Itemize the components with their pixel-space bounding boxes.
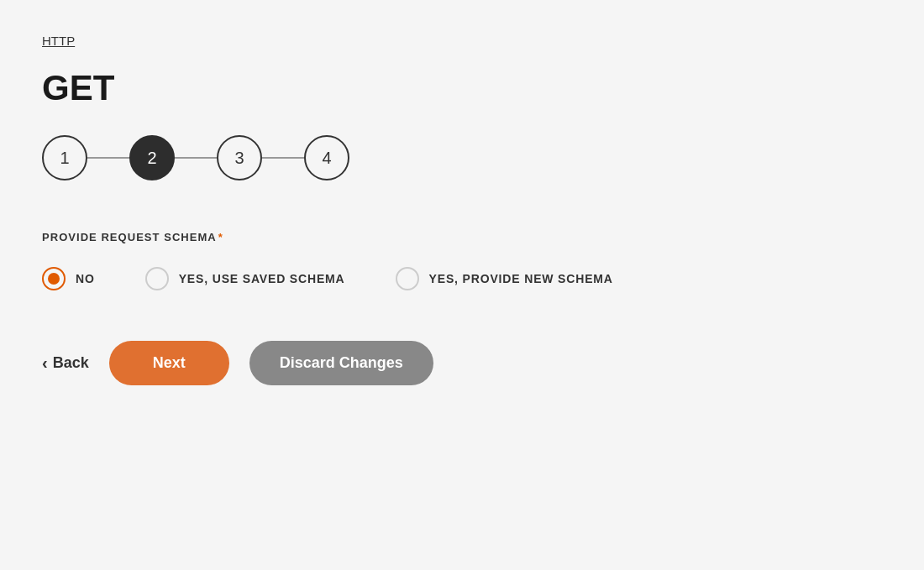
radio-group: NO YES, USE SAVED SCHEMA YES, PROVIDE NE… xyxy=(42,267,882,290)
discard-button[interactable]: Discard Changes xyxy=(249,341,433,385)
radio-circle-yes-saved xyxy=(145,267,169,290)
step-3[interactable]: 3 xyxy=(217,135,262,180)
back-label: Back xyxy=(53,354,89,372)
next-button[interactable]: Next xyxy=(109,341,229,385)
method-title: GET xyxy=(42,68,882,108)
step-line-1 xyxy=(87,157,129,159)
breadcrumb-link[interactable]: HTTP xyxy=(42,34,75,48)
required-star: * xyxy=(218,231,223,243)
radio-circle-yes-new xyxy=(396,267,419,290)
step-4[interactable]: 4 xyxy=(304,135,349,180)
step-line-2 xyxy=(175,157,217,159)
button-row: ‹ Back Next Discard Changes xyxy=(42,341,882,385)
radio-label-yes-saved: YES, USE SAVED SCHEMA xyxy=(179,272,345,285)
radio-inner-no xyxy=(48,273,60,285)
radio-circle-no xyxy=(42,267,66,290)
radio-option-yes-new[interactable]: YES, PROVIDE NEW SCHEMA xyxy=(396,267,613,290)
stepper: 1 2 3 4 xyxy=(42,135,882,180)
back-button[interactable]: ‹ Back xyxy=(42,353,89,373)
radio-label-yes-new: YES, PROVIDE NEW SCHEMA xyxy=(429,272,613,285)
radio-label-no: NO xyxy=(76,272,95,285)
step-1[interactable]: 1 xyxy=(42,135,87,180)
step-2[interactable]: 2 xyxy=(129,135,175,180)
step-line-3 xyxy=(262,157,304,159)
radio-option-no[interactable]: NO xyxy=(42,267,95,290)
section-label: PROVIDE REQUEST SCHEMA* xyxy=(42,231,882,243)
radio-option-yes-saved[interactable]: YES, USE SAVED SCHEMA xyxy=(145,267,345,290)
back-chevron-icon: ‹ xyxy=(42,353,48,373)
